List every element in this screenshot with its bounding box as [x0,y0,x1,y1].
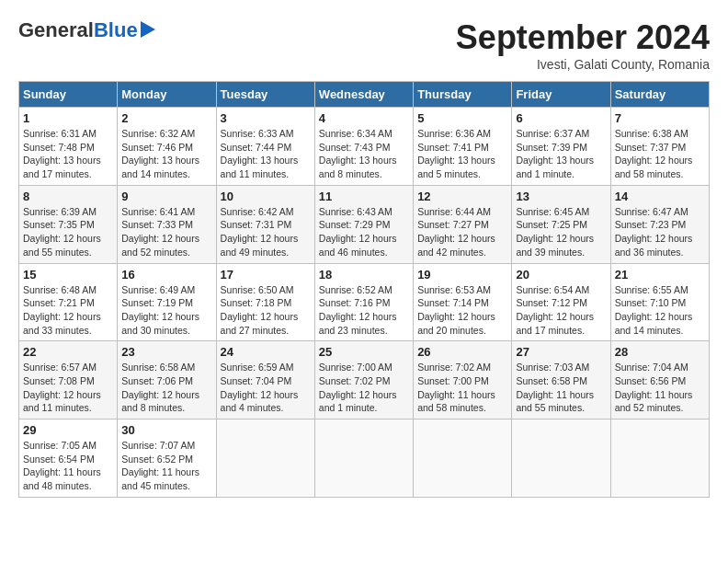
title-block: September 2024 Ivesti, Galati County, Ro… [456,18,710,72]
day-header-sunday: Sunday [19,82,118,108]
day-header-saturday: Saturday [610,82,709,108]
calendar-cell: 28Sunrise: 7:04 AMSunset: 6:56 PMDayligh… [610,341,709,419]
calendar-cell: 3Sunrise: 6:33 AMSunset: 7:44 PMDaylight… [216,108,314,186]
day-info: Sunrise: 6:41 AMSunset: 7:33 PMDaylight:… [121,205,211,259]
day-info: Sunrise: 6:32 AMSunset: 7:46 PMDaylight:… [121,127,211,181]
day-header-monday: Monday [118,82,216,108]
calendar-cell: 17Sunrise: 6:50 AMSunset: 7:18 PMDayligh… [216,263,314,341]
day-number: 6 [516,111,606,125]
day-number: 17 [221,268,311,282]
day-number: 22 [23,345,113,359]
day-number: 29 [23,423,113,437]
month-title: September 2024 [456,18,710,57]
logo-arrow-icon [141,21,155,38]
calendar-cell: 19Sunrise: 6:53 AMSunset: 7:14 PMDayligh… [414,263,512,341]
calendar-week-row: 15Sunrise: 6:48 AMSunset: 7:21 PMDayligh… [19,263,710,341]
day-number: 9 [121,190,211,203]
day-number: 21 [615,268,705,282]
day-info: Sunrise: 6:55 AMSunset: 7:10 PMDaylight:… [615,283,705,338]
day-info: Sunrise: 6:43 AMSunset: 7:29 PMDaylight:… [319,205,409,259]
day-info: Sunrise: 6:37 AMSunset: 7:39 PMDaylight:… [516,127,606,181]
calendar-cell: 7Sunrise: 6:38 AMSunset: 7:37 PMDaylight… [610,108,709,186]
calendar-cell: 12Sunrise: 6:44 AMSunset: 7:27 PMDayligh… [414,185,512,263]
calendar-week-row: 8Sunrise: 6:39 AMSunset: 7:35 PMDaylight… [19,185,710,263]
day-number: 13 [516,190,606,203]
calendar-cell: 27Sunrise: 7:03 AMSunset: 6:58 PMDayligh… [512,341,610,419]
calendar-cell [610,419,709,498]
day-info: Sunrise: 6:38 AMSunset: 7:37 PMDaylight:… [615,127,705,181]
day-info: Sunrise: 7:07 AMSunset: 6:52 PMDaylight:… [121,439,211,493]
day-number: 1 [23,111,113,125]
calendar-cell [414,419,512,498]
day-header-wednesday: Wednesday [314,82,413,108]
day-info: Sunrise: 6:39 AMSunset: 7:35 PMDaylight:… [23,205,113,259]
day-number: 18 [319,268,409,282]
calendar-cell: 5Sunrise: 6:36 AMSunset: 7:41 PMDaylight… [414,108,512,186]
calendar-cell: 2Sunrise: 6:32 AMSunset: 7:46 PMDaylight… [118,108,216,186]
day-info: Sunrise: 7:02 AMSunset: 7:00 PMDaylight:… [417,361,507,415]
day-number: 12 [417,190,507,203]
calendar-header-row: SundayMondayTuesdayWednesdayThursdayFrid… [19,82,710,108]
calendar-week-row: 29Sunrise: 7:05 AMSunset: 6:54 PMDayligh… [19,419,710,498]
calendar-cell: 4Sunrise: 6:34 AMSunset: 7:43 PMDaylight… [314,108,413,186]
day-info: Sunrise: 7:05 AMSunset: 6:54 PMDaylight:… [23,439,113,493]
day-number: 27 [516,345,606,359]
calendar-cell: 11Sunrise: 6:43 AMSunset: 7:29 PMDayligh… [314,185,413,263]
day-number: 15 [23,268,113,282]
day-number: 28 [615,345,705,359]
day-number: 24 [221,345,311,359]
calendar-cell: 23Sunrise: 6:58 AMSunset: 7:06 PMDayligh… [118,341,216,419]
calendar-cell: 24Sunrise: 6:59 AMSunset: 7:04 PMDayligh… [216,341,314,419]
calendar-week-row: 22Sunrise: 6:57 AMSunset: 7:08 PMDayligh… [19,341,710,419]
day-number: 7 [615,111,705,125]
calendar-cell: 10Sunrise: 6:42 AMSunset: 7:31 PMDayligh… [216,185,314,263]
day-number: 25 [319,345,409,359]
calendar-week-row: 1Sunrise: 6:31 AMSunset: 7:48 PMDaylight… [19,108,710,186]
calendar-cell [216,419,314,498]
calendar-cell: 6Sunrise: 6:37 AMSunset: 7:39 PMDaylight… [512,108,610,186]
day-info: Sunrise: 6:48 AMSunset: 7:21 PMDaylight:… [23,283,113,338]
day-info: Sunrise: 6:58 AMSunset: 7:06 PMDaylight:… [121,361,211,415]
calendar-cell: 8Sunrise: 6:39 AMSunset: 7:35 PMDaylight… [19,185,118,263]
calendar-cell [314,419,413,498]
logo-general: General [18,18,94,42]
calendar-cell: 21Sunrise: 6:55 AMSunset: 7:10 PMDayligh… [610,263,709,341]
location: Ivesti, Galati County, Romania [456,57,710,72]
day-number: 10 [221,190,311,203]
day-number: 16 [121,268,211,282]
day-number: 19 [417,268,507,282]
day-number: 11 [319,190,409,203]
day-header-tuesday: Tuesday [216,82,314,108]
calendar-cell: 26Sunrise: 7:02 AMSunset: 7:00 PMDayligh… [414,341,512,419]
calendar-cell: 29Sunrise: 7:05 AMSunset: 6:54 PMDayligh… [19,419,118,498]
day-info: Sunrise: 6:31 AMSunset: 7:48 PMDaylight:… [23,127,113,181]
day-header-thursday: Thursday [414,82,512,108]
day-info: Sunrise: 6:52 AMSunset: 7:16 PMDaylight:… [319,283,409,338]
calendar-cell: 15Sunrise: 6:48 AMSunset: 7:21 PMDayligh… [19,263,118,341]
day-info: Sunrise: 6:57 AMSunset: 7:08 PMDaylight:… [23,361,113,415]
day-number: 3 [221,111,311,125]
logo: General Blue [18,18,155,42]
day-info: Sunrise: 6:44 AMSunset: 7:27 PMDaylight:… [417,205,507,259]
calendar-cell: 14Sunrise: 6:47 AMSunset: 7:23 PMDayligh… [610,185,709,263]
calendar-cell: 20Sunrise: 6:54 AMSunset: 7:12 PMDayligh… [512,263,610,341]
day-number: 30 [121,423,211,437]
day-number: 20 [516,268,606,282]
day-info: Sunrise: 7:03 AMSunset: 6:58 PMDaylight:… [516,361,606,415]
day-number: 23 [121,345,211,359]
calendar-table: SundayMondayTuesdayWednesdayThursdayFrid… [18,81,710,498]
calendar-cell: 18Sunrise: 6:52 AMSunset: 7:16 PMDayligh… [314,263,413,341]
day-info: Sunrise: 6:34 AMSunset: 7:43 PMDaylight:… [319,127,409,181]
day-info: Sunrise: 6:42 AMSunset: 7:31 PMDaylight:… [221,205,311,259]
day-info: Sunrise: 6:54 AMSunset: 7:12 PMDaylight:… [516,283,606,338]
day-number: 2 [121,111,211,125]
day-header-friday: Friday [512,82,610,108]
day-info: Sunrise: 7:04 AMSunset: 6:56 PMDaylight:… [615,361,705,415]
calendar-cell: 9Sunrise: 6:41 AMSunset: 7:33 PMDaylight… [118,185,216,263]
day-info: Sunrise: 7:00 AMSunset: 7:02 PMDaylight:… [319,361,409,415]
calendar-cell: 22Sunrise: 6:57 AMSunset: 7:08 PMDayligh… [19,341,118,419]
day-info: Sunrise: 6:45 AMSunset: 7:25 PMDaylight:… [516,205,606,259]
calendar-cell: 25Sunrise: 7:00 AMSunset: 7:02 PMDayligh… [314,341,413,419]
calendar-cell: 30Sunrise: 7:07 AMSunset: 6:52 PMDayligh… [118,419,216,498]
page-header: General Blue September 2024 Ivesti, Gala… [18,18,710,72]
